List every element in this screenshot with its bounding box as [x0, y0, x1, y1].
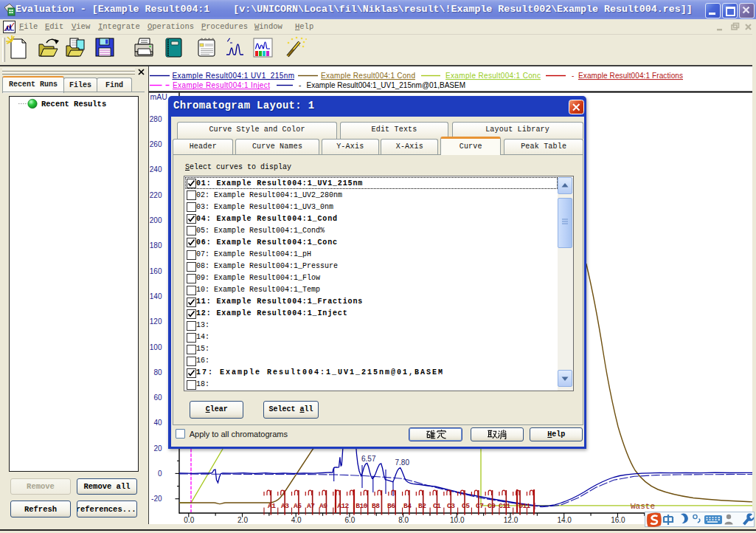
svg-text:240: 240: [150, 165, 162, 173]
svg-text:260: 260: [150, 140, 162, 148]
svg-text:12.0: 12.0: [504, 516, 519, 524]
svg-text:6.57: 6.57: [361, 455, 376, 463]
svg-text:0.0: 0.0: [184, 516, 194, 524]
svg-text:C11: C11: [499, 502, 510, 510]
svg-text:-: -: [299, 81, 301, 89]
svg-text:A9: A9: [319, 502, 327, 510]
svg-text:8.0: 8.0: [398, 516, 409, 524]
svg-text:B4: B4: [403, 502, 412, 510]
svg-text:10.0: 10.0: [450, 516, 465, 524]
svg-text:Example Result004:1_UV1_215nm@: Example Result004:1_UV1_215nm@01,BASEM: [307, 81, 466, 89]
svg-text:160: 160: [150, 267, 162, 275]
svg-text:7.80: 7.80: [395, 458, 410, 467]
svg-text:6.0: 6.0: [344, 516, 355, 524]
svg-text:40: 40: [153, 419, 162, 427]
svg-text:Waste: Waste: [631, 502, 655, 511]
svg-text:Example Result004:1 Inject: Example Result004:1 Inject: [173, 81, 270, 89]
svg-text:B8: B8: [372, 502, 380, 510]
svg-text:Example Result004:1 UV1_215nm: Example Result004:1 UV1_215nm: [173, 72, 295, 80]
svg-text:C9: C9: [488, 502, 496, 510]
svg-text:20: 20: [153, 444, 162, 453]
svg-text:B6: B6: [387, 502, 395, 510]
svg-text:B2: B2: [418, 502, 426, 510]
svg-text:Example Result004:1 Fractions: Example Result004:1 Fractions: [578, 72, 683, 80]
svg-text:60: 60: [153, 393, 162, 402]
svg-text:|B10: |B10: [352, 502, 368, 510]
svg-text:C5: C5: [462, 502, 470, 510]
svg-text:|D11: |D11: [515, 502, 531, 510]
svg-text:A1: A1: [268, 502, 276, 510]
svg-text:280: 280: [150, 115, 162, 123]
svg-text:220: 220: [150, 191, 162, 199]
svg-text:|A12: |A12: [333, 502, 350, 510]
svg-text:120: 120: [150, 317, 162, 326]
svg-text:14.0: 14.0: [557, 516, 572, 524]
svg-text:C7: C7: [476, 502, 484, 510]
svg-text:A5: A5: [294, 502, 302, 510]
svg-text:200: 200: [150, 216, 162, 224]
svg-text:140: 140: [150, 292, 162, 300]
svg-text:0: 0: [158, 470, 162, 478]
svg-text:mAU: mAU: [150, 92, 167, 101]
svg-text:A3: A3: [281, 502, 289, 510]
svg-text:180: 180: [150, 241, 162, 250]
svg-text:Example Result004:1 Conc: Example Result004:1 Conc: [445, 72, 541, 80]
svg-text:100: 100: [150, 343, 162, 351]
svg-text:-20: -20: [151, 495, 162, 503]
svg-text:80: 80: [153, 368, 162, 376]
svg-text:Example Result004:1 Cond: Example Result004:1 Cond: [321, 72, 415, 80]
svg-text:2.0: 2.0: [237, 516, 248, 524]
svg-text:C3: C3: [447, 502, 455, 510]
svg-text:|: |: [533, 502, 536, 510]
svg-text:A7: A7: [307, 502, 315, 510]
svg-text:C1: C1: [433, 502, 441, 510]
svg-text:-: -: [572, 72, 574, 80]
svg-text:16.0: 16.0: [611, 516, 625, 524]
svg-text:4.0: 4.0: [291, 516, 302, 524]
